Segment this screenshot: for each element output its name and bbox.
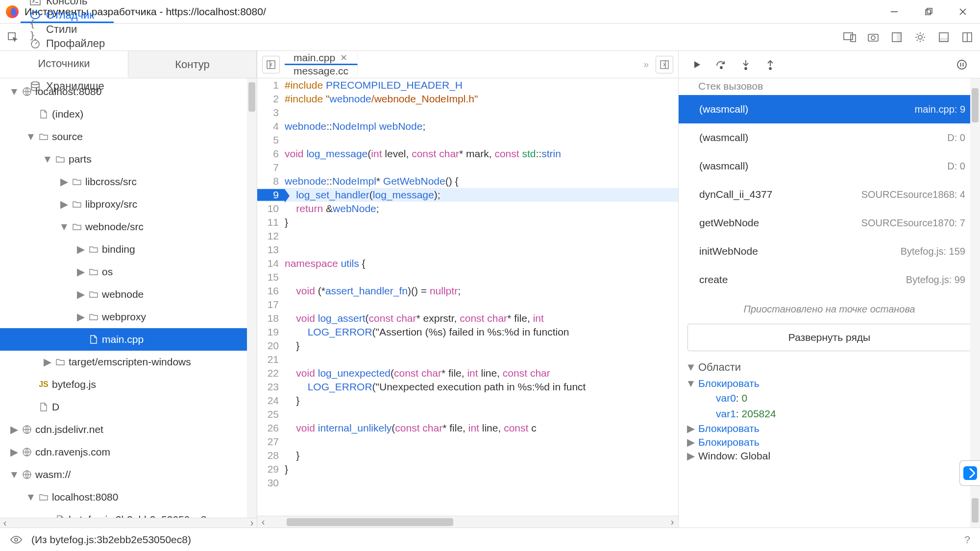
line-number[interactable]: 8 [257, 175, 285, 187]
step-out-button[interactable] [763, 57, 778, 72]
source-tree[interactable]: ▼localhost:8080(index)▼source▼parts▶libc… [0, 78, 257, 518]
variable-row[interactable]: var1: 205824 [679, 406, 980, 422]
line-number[interactable]: 30 [257, 477, 285, 489]
code-line[interactable]: 9 log_set_handler(log_message); [257, 188, 678, 202]
line-number[interactable]: 22 [257, 367, 285, 379]
settings-gear-icon[interactable] [912, 29, 928, 45]
scope-item[interactable]: ▶Блокировать [679, 435, 980, 449]
tree-item[interactable]: ▼parts [0, 148, 257, 170]
tab-console[interactable]: Консоль [21, 0, 114, 9]
code-area[interactable]: 1#include PRECOMPILED_HEADER_H2#include … [257, 78, 678, 516]
tree-item[interactable]: ▶binding [0, 238, 257, 261]
tree-item[interactable]: ▶target/emscripten-windows [0, 351, 257, 373]
code-line[interactable]: 14namespace utils { [257, 257, 678, 270]
dock-side-icon[interactable] [889, 29, 905, 45]
pick-element-icon[interactable] [5, 29, 21, 45]
code-line[interactable]: 26 void internal_unlikely(const char* fi… [257, 421, 678, 435]
code-line[interactable]: 28 } [257, 449, 678, 462]
line-number[interactable]: 23 [257, 381, 285, 393]
line-number[interactable]: 27 [257, 436, 285, 448]
sidebar-hscroll[interactable]: ‹› [0, 518, 257, 527]
stack-frame[interactable]: dynCall_ii_4377SOURCEsource1868: 4 [679, 180, 980, 209]
code-line[interactable]: 12 [257, 229, 678, 243]
scopes-title[interactable]: ▼Области [679, 358, 980, 377]
tree-item[interactable]: ▼source [0, 125, 257, 148]
tree-item[interactable]: ▶webproxy [0, 306, 257, 328]
line-number[interactable]: 10 [257, 203, 285, 215]
line-number[interactable]: 29 [257, 463, 285, 475]
code-line[interactable]: 29} [257, 462, 678, 476]
scope-item[interactable]: ▶Window: Global [679, 449, 980, 463]
more-tabs-icon[interactable]: » [637, 59, 656, 70]
editor-hscroll[interactable]: ‹› [257, 516, 678, 527]
toggle-sidebar-icon[interactable] [262, 56, 280, 73]
code-line[interactable]: 5 [257, 133, 678, 147]
tree-item[interactable]: ▼localhost:8080 [0, 80, 257, 103]
toggle-rightpane-icon[interactable] [656, 56, 673, 73]
tree-item[interactable]: ▶libcross/src [0, 170, 257, 193]
line-number[interactable]: 4 [257, 120, 285, 132]
close-tab-icon[interactable]: ✕ [340, 52, 347, 63]
tree-item[interactable]: ▼wasm:// [0, 463, 257, 486]
line-number[interactable]: 5 [257, 134, 285, 146]
tree-item[interactable]: bytefog.js:3b2ebb2e53050ec8 [0, 508, 257, 518]
line-number[interactable]: 15 [257, 271, 285, 283]
code-line[interactable]: 17 [257, 298, 678, 311]
tab-outline[interactable]: Контур [128, 51, 257, 78]
code-line[interactable]: 27 [257, 435, 678, 449]
line-number[interactable]: 24 [257, 395, 285, 407]
resume-button[interactable] [689, 57, 704, 72]
editor-tab[interactable]: main.cpp✕ [285, 52, 358, 65]
undock-icon[interactable] [959, 29, 975, 45]
line-number[interactable]: 2 [257, 93, 285, 105]
stack-frame[interactable]: getWebNodeSOURCEsource1870: 7 [679, 209, 980, 237]
tree-item[interactable]: main.cpp [0, 328, 257, 351]
code-line[interactable]: 21 [257, 353, 678, 366]
tree-item[interactable]: ▼localhost:8080 [0, 486, 257, 508]
tree-item[interactable]: ▶libproxy/src [0, 193, 257, 216]
tree-item[interactable]: ▼webnode/src [0, 216, 257, 238]
tree-item[interactable]: (index) [0, 103, 257, 125]
pause-button[interactable] [955, 57, 969, 72]
step-in-button[interactable] [738, 57, 753, 72]
code-line[interactable]: 3 [257, 106, 678, 120]
tree-scrollbar[interactable] [247, 78, 257, 518]
stack-frame[interactable]: (wasmcall)D: 0 [679, 123, 980, 152]
line-number[interactable]: 19 [257, 326, 285, 338]
step-over-button[interactable] [714, 57, 729, 72]
line-number[interactable]: 9 [257, 189, 285, 201]
code-line[interactable]: 4webnode::NodeImpl webNode; [257, 120, 678, 133]
tree-item[interactable]: D [0, 396, 257, 418]
line-number[interactable]: 26 [257, 422, 285, 434]
code-line[interactable]: 8webnode::NodeImpl* GetWebNode() { [257, 174, 678, 188]
line-number[interactable]: 13 [257, 244, 285, 256]
code-line[interactable]: 1#include PRECOMPILED_HEADER_H [257, 78, 678, 92]
watch-icon[interactable] [10, 535, 23, 544]
maximize-button[interactable] [911, 0, 946, 24]
tree-item[interactable]: ▶os [0, 261, 257, 283]
stack-frame[interactable]: (wasmcall)D: 0 [679, 152, 980, 180]
code-line[interactable]: 18 void log_assert(const char* exprstr, … [257, 311, 678, 325]
code-line[interactable]: 2#include "webnode/webnode_NodeImpl.h" [257, 92, 678, 106]
code-line[interactable]: 25 [257, 407, 678, 421]
close-button[interactable] [946, 0, 980, 24]
line-number[interactable]: 6 [257, 148, 285, 160]
line-number[interactable]: 3 [257, 107, 285, 119]
line-number[interactable]: 16 [257, 285, 285, 297]
code-line[interactable]: 16 void (*assert_handler_fn)() = nullptr… [257, 284, 678, 298]
line-number[interactable]: 25 [257, 408, 285, 420]
dock-bottom-icon[interactable] [936, 29, 952, 45]
scope-item[interactable]: ▼Блокировать [679, 377, 980, 390]
code-line[interactable]: 22 void log_unexpected(const char* file,… [257, 366, 678, 380]
tree-item[interactable]: ▶cdn.jsdelivr.net [0, 418, 257, 441]
line-number[interactable]: 14 [257, 258, 285, 269]
code-line[interactable]: 11} [257, 216, 678, 229]
code-line[interactable]: 7 [257, 161, 678, 174]
tree-item[interactable]: ▶webnode [0, 283, 257, 306]
line-number[interactable]: 28 [257, 450, 285, 461]
code-line[interactable]: 6void log_message(int level, const char*… [257, 147, 678, 161]
code-line[interactable]: 30 [257, 476, 678, 490]
line-number[interactable]: 18 [257, 312, 285, 324]
stack-frame[interactable]: createBytefog.js: 99 [679, 265, 980, 294]
line-number[interactable]: 12 [257, 230, 285, 242]
